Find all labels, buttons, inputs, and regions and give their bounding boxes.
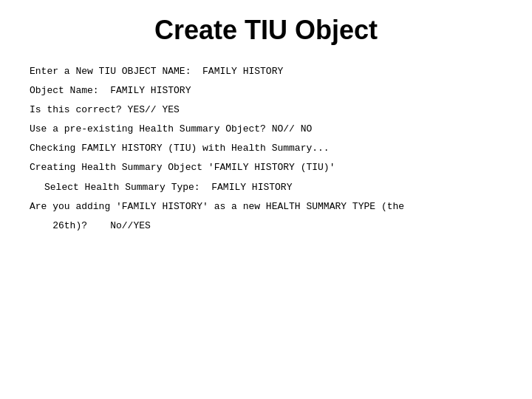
- page-container: Create TIU Object Enter a New TIU OBJECT…: [0, 0, 532, 399]
- terminal-line-7: Select Health Summary Type: FAMILY HISTO…: [30, 180, 502, 196]
- terminal-line-9: 26th)? No//YES: [30, 218, 502, 234]
- page-title: Create TIU Object: [30, 15, 502, 46]
- terminal-line-3: Is this correct? YES// YES: [30, 102, 502, 118]
- terminal-line-1: Enter a New TIU OBJECT NAME: FAMILY HIST…: [30, 64, 502, 80]
- terminal-line-5: Checking FAMILY HISTORY (TIU) with Healt…: [30, 140, 502, 157]
- terminal-line-2: Object Name: FAMILY HISTORY: [30, 83, 502, 99]
- terminal-line-6: Creating Health Summary Object 'FAMILY H…: [30, 160, 502, 176]
- terminal-content: Enter a New TIU OBJECT NAME: FAMILY HIST…: [30, 64, 502, 234]
- terminal-line-8: Are you adding 'FAMILY HISTORY' as a new…: [30, 199, 502, 215]
- terminal-line-4: Use a pre-existing Health Summary Object…: [30, 121, 502, 137]
